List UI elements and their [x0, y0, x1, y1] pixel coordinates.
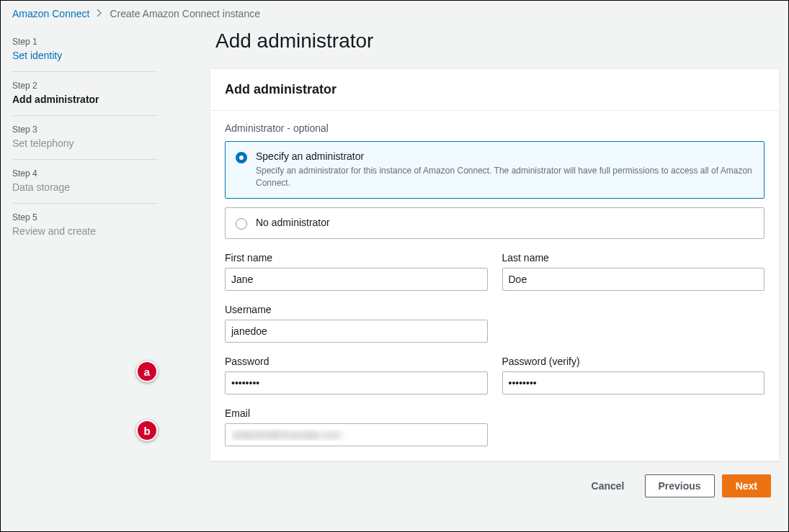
last-name-label: Last name — [502, 252, 765, 263]
email-label: Email — [225, 407, 488, 419]
username-input[interactable] — [225, 320, 488, 343]
radio-description: Specify an administrator for this instan… — [256, 165, 754, 189]
sidebar-step-2[interactable]: Step 2 Add administrator — [12, 72, 158, 116]
first-name-label: First name — [225, 252, 488, 263]
radio-title: Specify an administrator — [256, 150, 754, 162]
username-label: Username — [225, 304, 488, 315]
radio-specify-administrator[interactable]: Specify an administrator Specify an admi… — [225, 141, 765, 199]
callout-marker-a: a — [136, 361, 158, 382]
step-title: Set telephony — [12, 137, 158, 149]
sidebar-step-4[interactable]: Step 4 Data storage — [12, 160, 158, 204]
step-number: Step 2 — [12, 81, 158, 91]
step-title: Review and create — [12, 225, 158, 237]
step-number: Step 5 — [12, 212, 158, 222]
chevron-right-icon — [97, 8, 102, 19]
step-title: Add administrator — [12, 94, 158, 105]
panel-header: Add administrator — [210, 69, 779, 111]
breadcrumb-root[interactable]: Amazon Connect — [12, 8, 89, 19]
radio-icon — [236, 152, 247, 163]
breadcrumb-current: Create Amazon Connect instance — [110, 8, 260, 19]
main-panel: Add administrator Administrator - option… — [210, 68, 780, 461]
radio-no-administrator[interactable]: No administrator — [225, 207, 765, 239]
page-title: Add administrator — [210, 30, 780, 53]
password-verify-input[interactable] — [502, 371, 765, 395]
step-number: Step 3 — [12, 125, 158, 135]
email-input[interactable] — [225, 423, 488, 446]
first-name-input[interactable] — [225, 268, 488, 291]
radio-icon — [236, 218, 247, 230]
step-title: Set identity — [12, 50, 158, 61]
password-label: Password — [225, 356, 488, 367]
step-number: Step 4 — [12, 168, 158, 179]
step-number: Step 1 — [12, 37, 158, 47]
password-verify-label: Password (verify) — [502, 356, 765, 367]
step-title: Data storage — [12, 181, 158, 193]
sidebar-step-5[interactable]: Step 5 Review and create — [12, 204, 158, 247]
breadcrumb: Amazon Connect Create Amazon Connect ins… — [1, 1, 788, 25]
callout-marker-b: b — [136, 420, 158, 441]
sidebar-step-1[interactable]: Step 1 Set identity — [12, 28, 158, 72]
previous-button[interactable]: Previous — [645, 474, 715, 497]
section-subheading: Administrator - optional — [225, 122, 765, 134]
next-button[interactable]: Next — [722, 474, 771, 497]
radio-title: No administrator — [256, 217, 330, 228]
cancel-button[interactable]: Cancel — [579, 474, 638, 497]
sidebar-step-3[interactable]: Step 3 Set telephony — [12, 116, 158, 160]
last-name-input[interactable] — [502, 268, 765, 291]
wizard-footer: Cancel Previous Next — [210, 461, 780, 497]
password-input[interactable] — [225, 371, 488, 395]
